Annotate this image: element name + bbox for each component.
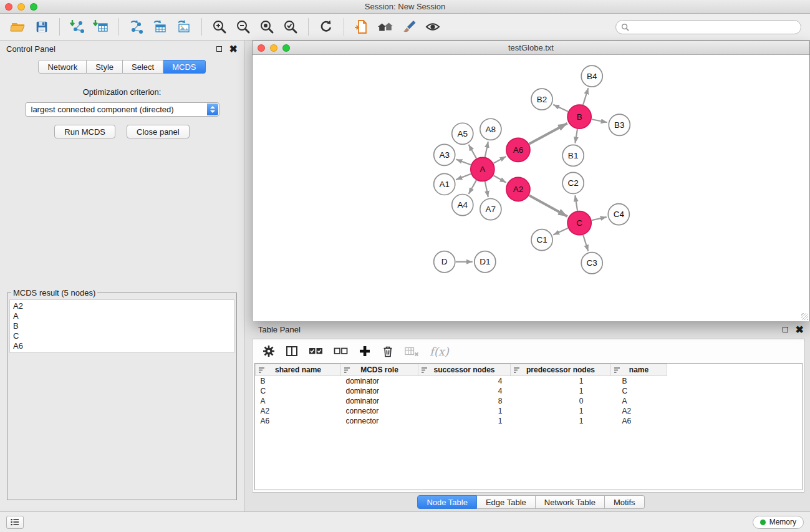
minimize-window-button[interactable]	[17, 3, 25, 11]
resize-grip[interactable]	[801, 313, 808, 320]
select-all-button[interactable]	[309, 347, 323, 355]
close-panel-button[interactable]: Close panel	[127, 125, 190, 138]
node-A[interactable]: A	[471, 157, 494, 181]
tab-style[interactable]: Style	[87, 60, 123, 74]
node-A8[interactable]: A8	[480, 118, 501, 140]
tab-mcds[interactable]: MCDS	[163, 60, 205, 74]
table-tab-network-table[interactable]: Network Table	[536, 495, 605, 509]
close-window-button[interactable]	[5, 3, 12, 11]
edge-B-B3[interactable]	[592, 119, 607, 122]
new-session-button[interactable]	[350, 16, 374, 38]
node-A7[interactable]: A7	[480, 199, 501, 220]
tab-select[interactable]: Select	[123, 60, 163, 74]
delete-table-button[interactable]	[405, 346, 419, 357]
save-session-button[interactable]	[30, 16, 54, 38]
refresh-view-button[interactable]	[314, 16, 338, 38]
node-A5[interactable]: A5	[452, 123, 473, 144]
node-D[interactable]: D	[434, 251, 455, 273]
edge-A-A6[interactable]	[493, 157, 506, 163]
edge-B-B2[interactable]	[553, 105, 568, 112]
home-first-neighbors-button[interactable]	[374, 16, 397, 38]
edge-B-B1[interactable]	[575, 129, 577, 143]
mcds-result-item[interactable]: A6	[13, 341, 231, 351]
run-mcds-button[interactable]: Run MCDS	[54, 125, 115, 138]
zoom-out-button[interactable]	[231, 16, 255, 38]
node-D1[interactable]: D1	[475, 251, 496, 273]
apply-style-button[interactable]	[397, 16, 421, 38]
edge-A6-B[interactable]	[529, 123, 567, 144]
mcds-result-item[interactable]: A2	[13, 301, 231, 311]
tab-network[interactable]: Network	[38, 60, 87, 74]
zoom-fit-button[interactable]	[255, 16, 279, 38]
zoom-in-button[interactable]	[208, 16, 231, 38]
show-hide-details-button[interactable]	[421, 16, 445, 38]
node-A1[interactable]: A1	[434, 173, 455, 195]
edge-A-A4[interactable]	[469, 180, 476, 194]
edge-C-C2[interactable]	[575, 195, 577, 211]
node-B[interactable]: B	[567, 105, 591, 128]
import-table-file-button[interactable]	[89, 16, 113, 38]
export-table-button[interactable]	[148, 16, 172, 38]
node-B3[interactable]: B3	[609, 114, 630, 135]
function-builder-button[interactable]: f(x)	[430, 345, 449, 358]
float-table-panel-icon[interactable]	[783, 327, 788, 332]
edge-A-A1[interactable]	[456, 174, 471, 180]
edge-A2-C[interactable]	[529, 195, 567, 216]
edge-A-A8[interactable]	[485, 142, 488, 157]
node-B2[interactable]: B2	[531, 89, 552, 110]
node-B1[interactable]: B1	[562, 145, 584, 166]
import-network-file-button[interactable]	[65, 16, 89, 38]
edge-C-C1[interactable]	[553, 228, 568, 235]
memory-button[interactable]: Memory	[753, 516, 804, 529]
optimization-criterion-dropdown[interactable]: largest connected component (directed)	[25, 102, 219, 117]
task-history-button[interactable]	[6, 516, 24, 529]
export-network-button[interactable]	[125, 16, 148, 38]
export-image-button[interactable]	[172, 16, 196, 38]
network-zoom-button[interactable]	[282, 44, 290, 52]
node-A4[interactable]: A4	[452, 194, 473, 215]
table-row[interactable]: A2connector11A2	[256, 406, 803, 416]
float-panel-icon[interactable]	[216, 46, 222, 52]
node-C[interactable]: C	[567, 211, 591, 235]
edge-A-A2[interactable]	[493, 175, 506, 182]
search-input[interactable]	[632, 22, 796, 31]
table-tab-node-table[interactable]: Node Table	[417, 495, 477, 509]
add-column-button[interactable]	[359, 345, 371, 357]
node-table-scroll[interactable]: shared nameMCDS rolesuccessor nodesprede…	[254, 363, 803, 490]
node-A3[interactable]: A3	[434, 144, 455, 165]
table-row[interactable]: Adominator80A	[256, 396, 803, 406]
column-header-name[interactable]: name	[611, 364, 667, 376]
show-columns-button[interactable]	[286, 345, 298, 357]
table-settings-button[interactable]	[263, 345, 275, 357]
column-header-shared-name[interactable]: shared name	[256, 364, 341, 376]
open-session-button[interactable]	[6, 16, 30, 38]
mcds-result-item[interactable]: A	[13, 311, 231, 321]
table-row[interactable]: Bdominator41B	[256, 376, 803, 386]
edge-A-A3[interactable]	[456, 159, 471, 165]
edge-B-B4[interactable]	[583, 88, 588, 105]
node-A6[interactable]: A6	[506, 138, 530, 162]
node-C2[interactable]: C2	[562, 172, 584, 193]
table-tab-edge-table[interactable]: Edge Table	[477, 495, 536, 509]
close-panel-icon[interactable]: ✖	[229, 46, 238, 52]
edge-C-C3[interactable]	[583, 235, 588, 251]
delete-selected-button[interactable]	[382, 345, 394, 357]
edge-C-C4[interactable]	[592, 217, 607, 220]
zoom-selected-button[interactable]	[279, 16, 302, 38]
deselect-all-button[interactable]	[334, 347, 348, 355]
node-C4[interactable]: C4	[608, 204, 629, 225]
mcds-result-item[interactable]: B	[13, 321, 231, 331]
table-row[interactable]: Cdominator41C	[256, 386, 803, 396]
network-close-button[interactable]	[258, 44, 265, 52]
node-B4[interactable]: B4	[581, 65, 602, 87]
table-row[interactable]: A6connector11A6	[256, 416, 803, 426]
network-minimize-button[interactable]	[270, 44, 277, 52]
network-canvas[interactable]: B4B2BB3A8A5A6A3B1AC2A1A2A4A7C4CC1C3DD1	[253, 55, 809, 321]
search-box[interactable]	[615, 20, 801, 34]
mcds-result-list[interactable]: A2ABCA6	[9, 299, 234, 353]
zoom-window-button[interactable]	[30, 3, 37, 11]
node-A2[interactable]: A2	[506, 177, 530, 201]
edge-A-A7[interactable]	[485, 181, 488, 197]
mcds-result-item[interactable]: C	[13, 331, 231, 341]
column-header-mcds-role[interactable]: MCDS role	[341, 364, 418, 376]
